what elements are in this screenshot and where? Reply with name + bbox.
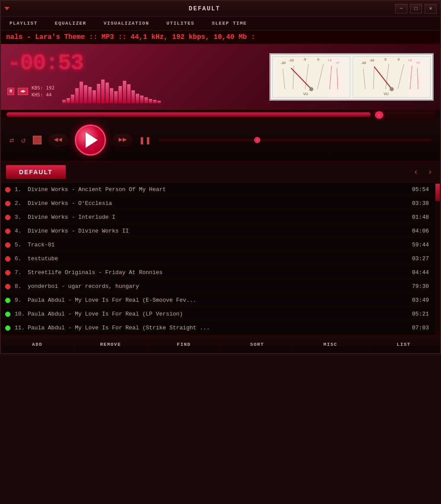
- badge-r: R: [7, 88, 14, 95]
- bottom-btn-remove[interactable]: REMOVE: [74, 340, 148, 349]
- vu-meters: -20 -10 -5 0 +3 +7: [269, 53, 434, 101]
- shuffle-button[interactable]: ⇄: [10, 135, 14, 145]
- title-bar-title: DEFAULT: [14, 5, 395, 12]
- track-name: Divine Works - Interlude I: [28, 214, 408, 220]
- track-list: 1.Divine Works - Ancient Person Of My He…: [1, 183, 435, 335]
- track-item[interactable]: 4.Divine Works - Divine Works II04:06: [1, 224, 435, 238]
- track-status-dot: [5, 256, 10, 262]
- track-item[interactable]: 5.Track-0159:44: [1, 238, 435, 252]
- volume-slider[interactable]: [158, 139, 431, 141]
- bottom-toolbar: ADDREMOVEFINDSORTMISCLIST: [1, 335, 440, 353]
- track-status-dot: [5, 201, 10, 206]
- track-status-dot: [5, 270, 10, 275]
- volume-thumb[interactable]: [254, 137, 260, 143]
- track-item[interactable]: 7.Streetlife Originals - Friday At Ronni…: [1, 266, 435, 280]
- spectrum-bar: [101, 80, 105, 103]
- playlist-next-button[interactable]: ›: [425, 168, 435, 176]
- track-duration: 59:44: [412, 242, 429, 248]
- nav-tab-playlist[interactable]: PLAYLIST: [10, 20, 38, 27]
- svg-text:0: 0: [398, 57, 399, 61]
- repeat-button[interactable]: ↺: [21, 135, 26, 145]
- spectrum-bar: [71, 95, 74, 103]
- svg-text:-10: -10: [289, 58, 294, 62]
- svg-rect-30: [408, 57, 426, 97]
- maximize-button[interactable]: □: [410, 4, 422, 13]
- svg-text:VU: VU: [383, 92, 389, 96]
- spectrum-bar: [131, 90, 135, 103]
- progress-area[interactable]: [1, 110, 440, 119]
- track-duration: 03:38: [412, 200, 429, 207]
- kbs-info: KBS: 192 KHS: 44: [32, 85, 54, 98]
- badge-playmode-icon: ◄►: [18, 88, 28, 95]
- track-status-dot: [5, 187, 10, 192]
- svg-point-32: [390, 87, 393, 91]
- track-duration: 01:48: [412, 214, 429, 220]
- progress-track[interactable]: [6, 112, 435, 117]
- nav-tab-sleep time[interactable]: SLEEP TIME: [212, 20, 247, 27]
- scroll-thumb[interactable]: [435, 184, 440, 201]
- bottom-btn-sort[interactable]: SORT: [221, 340, 294, 349]
- nav-tabs: PLAYLISTEQUALIZERVISUALIZATIONUTILITESSL…: [1, 16, 440, 31]
- playlist-title-button[interactable]: DEFAULT: [6, 165, 66, 179]
- playlist-prev-button[interactable]: ‹: [411, 168, 421, 176]
- spectrum-bar: [62, 100, 66, 103]
- track-item[interactable]: 2.Divine Works - O'Ecclesia03:38: [1, 197, 435, 211]
- nav-tab-visualization[interactable]: VISUALIZATION: [104, 20, 149, 27]
- track-number: 10.: [15, 311, 28, 317]
- track-name: testutube: [28, 255, 408, 262]
- track-item[interactable]: 6.testutube03:27: [1, 252, 435, 266]
- track-number: 8.: [15, 283, 28, 290]
- bottom-btn-list[interactable]: LIST: [368, 340, 441, 349]
- progress-thumb[interactable]: [375, 112, 383, 118]
- track-item[interactable]: 10.Paula Abdul - My Love Is For Real (LP…: [1, 307, 435, 321]
- track-item[interactable]: 1.Divine Works - Ancient Person Of My He…: [1, 183, 435, 197]
- track-item[interactable]: 3.Divine Works - Interlude I01:48: [1, 211, 435, 224]
- time-display: -00:53: [7, 51, 263, 76]
- track-name: Track-01: [28, 242, 408, 248]
- minimize-button[interactable]: −: [395, 4, 407, 13]
- track-name: yonderboi - ugar records, hungary: [28, 283, 408, 290]
- bottom-btn-find[interactable]: FIND: [147, 340, 221, 349]
- bottom-btn-add[interactable]: ADD: [1, 340, 74, 349]
- svg-text:VU: VU: [303, 92, 308, 96]
- spectrum-bar: [157, 101, 161, 103]
- title-bar: DEFAULT − □ ✕: [1, 1, 440, 16]
- nav-tab-equalizer[interactable]: EQUALIZER: [55, 20, 86, 27]
- spectrum-bar: [144, 97, 148, 103]
- bottom-btn-misc[interactable]: MISC: [294, 340, 368, 349]
- spectrum-visualizer: [62, 80, 161, 103]
- track-number: 4.: [15, 228, 28, 234]
- controls-area: ⇄ ↺ ◄◄ ►► ❚❚: [1, 119, 440, 162]
- track-name: Divine Works - Ancient Person Of My Hear…: [28, 186, 408, 193]
- track-item[interactable]: 9.Paula Abdul - My Love Is For Real (E-S…: [1, 293, 435, 307]
- stop-button[interactable]: [33, 136, 42, 144]
- dropdown-arrow-icon[interactable]: [4, 7, 10, 10]
- track-duration: 04:06: [412, 228, 429, 234]
- pause-button[interactable]: ❚❚: [139, 135, 151, 146]
- track-number: 9.: [15, 297, 28, 303]
- svg-text:-20: -20: [281, 61, 286, 65]
- track-status-dot: [5, 325, 10, 331]
- scrollbar[interactable]: [435, 183, 440, 335]
- track-name: Paula Abdul - My Love Is For Real (LP Ve…: [28, 311, 408, 317]
- next-button[interactable]: ►►: [118, 136, 127, 144]
- track-name: Divine Works - O'Ecclesia: [28, 200, 408, 207]
- player-info-row: R ◄► KBS: 192 KHS: 44: [7, 80, 263, 103]
- title-bar-buttons: − □ ✕: [395, 4, 437, 13]
- track-item[interactable]: 11.Paula Abdul - My Love Is For Real (St…: [1, 321, 435, 335]
- track-number: 3.: [15, 214, 28, 220]
- nav-tab-utilites[interactable]: UTILITES: [166, 20, 195, 27]
- spectrum-bar: [140, 96, 144, 103]
- spectrum-bar: [118, 86, 122, 103]
- next-group: ►►: [113, 134, 132, 146]
- svg-rect-13: [328, 57, 346, 97]
- close-button[interactable]: ✕: [425, 4, 437, 13]
- prev-button[interactable]: ◄◄: [54, 136, 62, 144]
- track-duration: 79:30: [412, 283, 429, 290]
- svg-text:-5: -5: [303, 57, 306, 61]
- play-button[interactable]: [75, 124, 106, 156]
- spectrum-bar: [75, 88, 79, 103]
- track-duration: 03:27: [412, 255, 429, 262]
- track-item[interactable]: 8.yonderboi - ugar records, hungary79:30: [1, 280, 435, 293]
- track-number: 1.: [15, 186, 28, 193]
